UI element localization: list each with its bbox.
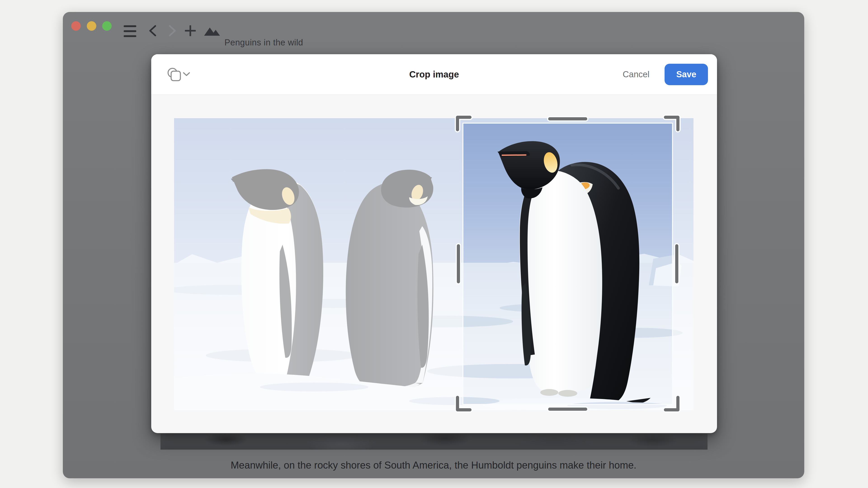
chevron-forward-icon[interactable] bbox=[168, 25, 177, 37]
dialog-header: Crop image Cancel Save bbox=[151, 54, 717, 94]
document-caption: Meanwhile, on the rocky shores of South … bbox=[63, 459, 804, 472]
crop-image-canvas bbox=[174, 118, 693, 410]
traffic-close-button[interactable] bbox=[71, 21, 81, 31]
aspect-ratio-button[interactable] bbox=[166, 66, 195, 83]
save-button[interactable]: Save bbox=[664, 64, 708, 85]
document-image-bottom-edge bbox=[160, 434, 708, 450]
aspect-ratio-shapes-icon bbox=[168, 68, 181, 81]
hamburger-menu-icon[interactable] bbox=[123, 25, 136, 37]
chevron-back-icon[interactable] bbox=[148, 25, 157, 37]
plus-icon[interactable] bbox=[185, 25, 196, 36]
traffic-zoom-button[interactable] bbox=[102, 21, 112, 31]
crop-dialog: Crop image Cancel Save bbox=[151, 54, 717, 433]
window-title: Penguins in the wild bbox=[224, 37, 303, 48]
cancel-button[interactable]: Cancel bbox=[610, 54, 662, 94]
image-mountains-icon bbox=[204, 26, 220, 36]
chevron-down-icon bbox=[184, 73, 189, 75]
traffic-minimize-button[interactable] bbox=[87, 21, 96, 31]
crop-selection-overlay bbox=[174, 118, 693, 410]
crop-selection-border[interactable] bbox=[463, 123, 673, 404]
